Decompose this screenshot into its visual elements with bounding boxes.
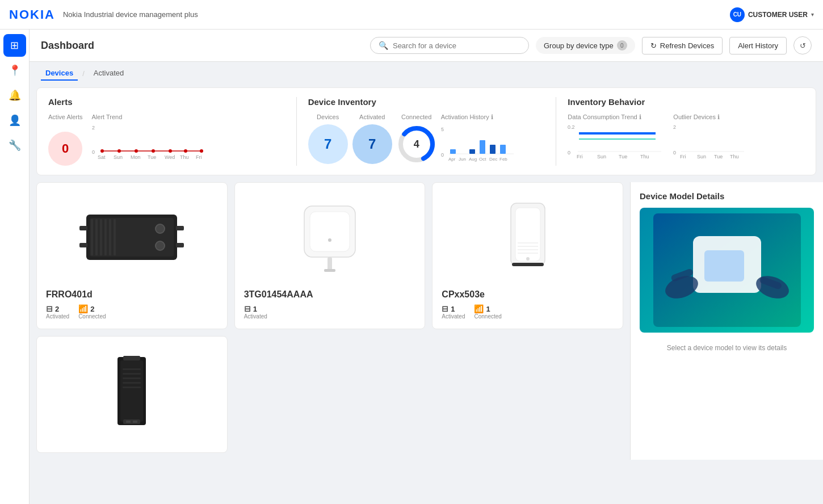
svg-text:Sun: Sun bbox=[114, 154, 123, 160]
svg-text:Sat: Sat bbox=[98, 154, 106, 160]
activated-count-circle: 7 bbox=[352, 124, 392, 164]
svg-rect-67 bbox=[324, 269, 335, 272]
alert-trend-label: Alert Trend bbox=[92, 114, 285, 120]
alert-history-button[interactable]: Alert History bbox=[729, 37, 787, 54]
stats-section: Alerts Active Alerts 0 Alert Trend 2 0 bbox=[36, 87, 816, 175]
tab-devices[interactable]: Devices bbox=[41, 66, 78, 81]
device-name-cpxx503e: CPxx503e bbox=[442, 289, 614, 300]
outlier-svg: 2 0 Fri Sun Tue Thu bbox=[673, 123, 747, 160]
svg-point-9 bbox=[200, 149, 203, 153]
svg-rect-86 bbox=[133, 421, 137, 423]
svg-rect-52 bbox=[95, 219, 98, 255]
svg-point-65 bbox=[328, 238, 331, 242]
device-icon: ⊟ bbox=[46, 304, 53, 313]
connected-count: 4 bbox=[414, 138, 419, 150]
device-stats-3tg01454aaaa: ⊟ 1 Activated bbox=[244, 304, 416, 320]
device-card-fourth[interactable] bbox=[36, 336, 228, 453]
trend-svg: 2 0 bbox=[92, 123, 205, 162]
svg-text:Fri: Fri bbox=[577, 154, 583, 159]
svg-text:0: 0 bbox=[92, 149, 95, 155]
svg-rect-81 bbox=[123, 377, 141, 379]
sidebar-item-location[interactable]: 📍 bbox=[3, 59, 26, 82]
page-title: Dashboard bbox=[41, 40, 363, 52]
svg-point-4 bbox=[117, 149, 121, 153]
connected-label-2: Connected bbox=[474, 313, 501, 320]
user-info: CU CUSTOMER USER ▾ bbox=[730, 7, 814, 22]
group-by-toggle[interactable]: Group by device type 0 bbox=[536, 37, 635, 54]
svg-rect-60 bbox=[176, 226, 184, 230]
nokia-logo: NOKIA Nokia Industrial device management… bbox=[9, 7, 198, 22]
refresh-icon: ↻ bbox=[650, 41, 657, 50]
consumption-svg: 0.2 0 Fri Sun Tue Thu bbox=[568, 123, 664, 160]
stats-divider-1 bbox=[296, 97, 297, 166]
wifi-icon: 📶 bbox=[78, 304, 88, 313]
group-by-label: Group by device type bbox=[544, 41, 614, 50]
chevron-down-icon[interactable]: ▾ bbox=[811, 11, 814, 18]
sidebar-item-dashboard[interactable]: ⊞ bbox=[3, 34, 26, 57]
device-stat-connected: 📶 2 Connected bbox=[78, 304, 106, 320]
svg-text:2: 2 bbox=[673, 124, 676, 130]
svg-text:Thu: Thu bbox=[180, 154, 189, 160]
layout: ⊞ 📍 🔔 👤 🔧 Dashboard 🔍 Group by device ty… bbox=[0, 30, 823, 504]
device-card-3tg01454aaaa[interactable]: 3TG01454AAAA ⊟ 1 Activated bbox=[234, 182, 426, 329]
refresh-label: Refresh Devices bbox=[660, 41, 714, 50]
search-input[interactable] bbox=[393, 41, 520, 50]
connected-label: Connected bbox=[78, 313, 106, 320]
svg-rect-84 bbox=[123, 419, 140, 424]
svg-rect-51 bbox=[91, 219, 93, 255]
sidebar-item-settings[interactable]: 🔧 bbox=[3, 134, 26, 157]
device-stat-activated-3tg: ⊟ 1 Activated bbox=[244, 304, 267, 320]
behavior-block: Inventory Behavior Data Consumption Tren… bbox=[568, 97, 804, 166]
device-image-3tg01454aaaa bbox=[244, 192, 416, 283]
devices-col-label: Devices bbox=[308, 114, 348, 121]
device-stats-cpxx503e: ⊟ 1 Activated 📶 1 Connected bbox=[442, 304, 614, 320]
svg-text:Fri: Fri bbox=[196, 154, 202, 160]
svg-rect-53 bbox=[100, 219, 102, 255]
activated-label-2: Activated bbox=[244, 313, 267, 320]
tab-activated[interactable]: Activated bbox=[89, 66, 128, 81]
connected-donut: 4 bbox=[397, 124, 436, 164]
svg-rect-55 bbox=[109, 219, 111, 255]
svg-point-74 bbox=[526, 257, 530, 261]
top-nav: NOKIA Nokia Industrial device management… bbox=[0, 0, 823, 30]
alerts-block: Alerts Active Alerts 0 Alert Trend 2 0 bbox=[48, 97, 285, 166]
search-box[interactable]: 🔍 bbox=[370, 37, 529, 54]
device-card-frro401d[interactable]: FRRO401d ⊟ 2 Activated bbox=[36, 182, 228, 329]
device-name-3tg01454aaaa: 3TG01454AAAA bbox=[244, 289, 416, 300]
svg-rect-64 bbox=[310, 212, 350, 251]
reset-button[interactable]: ↺ bbox=[793, 36, 812, 54]
svg-rect-79 bbox=[123, 368, 141, 370]
device-image-cpxx503e bbox=[442, 192, 614, 283]
device-image-fourth bbox=[46, 346, 218, 436]
svg-point-5 bbox=[135, 149, 138, 153]
device-icon-3: ⊟ bbox=[442, 304, 448, 313]
user-name: CUSTOMER USER bbox=[748, 11, 808, 19]
panel-image bbox=[640, 208, 814, 333]
sidebar-item-alerts[interactable]: 🔔 bbox=[3, 84, 26, 107]
svg-point-6 bbox=[152, 149, 155, 153]
consumption-label: Data Consumption Trend bbox=[568, 114, 637, 120]
reset-icon: ↺ bbox=[800, 41, 806, 50]
connected-col-label: Connected bbox=[397, 114, 436, 121]
fourth-svg bbox=[75, 351, 188, 431]
refresh-devices-button[interactable]: ↻ Refresh Devices bbox=[642, 37, 723, 54]
svg-text:Mon: Mon bbox=[131, 154, 141, 160]
active-alerts-label: Active Alerts bbox=[48, 114, 83, 120]
sidebar-item-users[interactable]: 👤 bbox=[3, 109, 26, 132]
dashboard-header: Dashboard 🔍 Group by device type 0 ↻ Ref… bbox=[30, 30, 823, 62]
svg-point-8 bbox=[184, 149, 187, 153]
svg-rect-61 bbox=[79, 243, 87, 247]
svg-rect-24 bbox=[480, 140, 485, 154]
svg-text:Thu: Thu bbox=[640, 154, 649, 159]
consumption-chart: Data Consumption Trend ℹ 0.2 0 Fri bbox=[568, 114, 664, 162]
svg-text:0.2: 0.2 bbox=[568, 124, 575, 130]
svg-rect-83 bbox=[123, 387, 141, 388]
svg-text:Feb: Feb bbox=[499, 157, 507, 162]
svg-rect-62 bbox=[176, 243, 184, 247]
svg-rect-82 bbox=[123, 382, 141, 384]
svg-rect-54 bbox=[104, 219, 107, 255]
device-card-cpxx503e[interactable]: CPxx503e ⊟ 1 Activated bbox=[432, 182, 623, 329]
info-icon: ℹ bbox=[491, 114, 493, 120]
svg-rect-75 bbox=[512, 263, 544, 266]
svg-point-57 bbox=[156, 224, 165, 233]
